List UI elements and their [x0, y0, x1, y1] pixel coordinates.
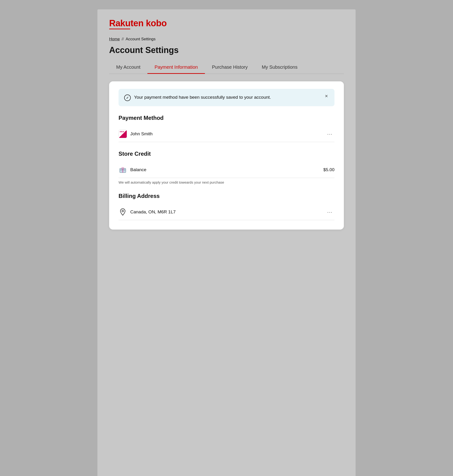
- store-credit-icon: [119, 166, 127, 174]
- notification-message: Your payment method have been successful…: [134, 94, 271, 101]
- tab-purchase-history[interactable]: Purchase History: [205, 62, 255, 74]
- svg-rect-2: [122, 168, 123, 172]
- billing-address-more-button[interactable]: ···: [325, 208, 334, 216]
- billing-address-item: Canada, ON, M6R 1L7 ···: [119, 204, 334, 220]
- success-check-icon: [124, 95, 131, 101]
- billing-address-section: Billing Address Canada, ON, M6R 1L7 ···: [119, 193, 334, 220]
- store-credit-section: Store Credit: [119, 151, 334, 184]
- store-credit-left: Balance: [119, 166, 147, 174]
- store-credit-label: Balance: [130, 167, 147, 172]
- logo-text: Rakuten kobo: [109, 19, 344, 28]
- logo: Rakuten kobo: [109, 19, 344, 29]
- notification-left: Your payment method have been successful…: [124, 94, 271, 101]
- breadcrumb: Home // Account Settings: [109, 37, 344, 41]
- breadcrumb-separator: //: [122, 37, 124, 41]
- content-card: Your payment method have been successful…: [109, 81, 344, 230]
- logo-underline: [109, 29, 130, 29]
- payment-method-item: iDEAL John Smith ···: [119, 126, 334, 142]
- payment-method-name: John Smith: [130, 131, 153, 137]
- tab-payment-information[interactable]: Payment Information: [147, 62, 205, 74]
- store-credit-item: Balance $5.00: [119, 162, 334, 178]
- location-pin-icon: [119, 208, 127, 216]
- payment-method-left: iDEAL John Smith: [119, 130, 153, 138]
- ideal-label-text: iDEAL: [120, 131, 125, 132]
- ideal-inner: iDEAL: [119, 130, 127, 138]
- store-credit-title: Store Credit: [119, 151, 334, 157]
- ideal-payment-icon: iDEAL: [119, 130, 127, 138]
- tab-my-account[interactable]: My Account: [109, 62, 147, 74]
- billing-address-left: Canada, ON, M6R 1L7: [119, 208, 176, 216]
- store-credit-value: $5.00: [323, 167, 334, 172]
- svg-point-4: [122, 210, 124, 212]
- success-notification: Your payment method have been successful…: [119, 89, 334, 106]
- page-title: Account Settings: [109, 45, 344, 55]
- breadcrumb-home-link[interactable]: Home: [109, 37, 120, 41]
- notification-close-button[interactable]: ×: [324, 94, 329, 99]
- tab-my-subscriptions[interactable]: My Subscriptions: [255, 62, 304, 74]
- billing-address-text: Canada, ON, M6R 1L7: [130, 209, 176, 214]
- tabs-nav: My Account Payment Information Purchase …: [109, 62, 344, 74]
- payment-method-section: Payment Method iDEAL John Smith ···: [119, 115, 334, 142]
- page-container: Rakuten kobo Home // Account Settings Ac…: [97, 9, 356, 476]
- store-credit-note: We will automatically apply your credit …: [119, 180, 334, 184]
- breadcrumb-current: Account Settings: [126, 37, 156, 41]
- payment-method-title: Payment Method: [119, 115, 334, 121]
- payment-method-more-button[interactable]: ···: [325, 130, 334, 138]
- billing-address-title: Billing Address: [119, 193, 334, 199]
